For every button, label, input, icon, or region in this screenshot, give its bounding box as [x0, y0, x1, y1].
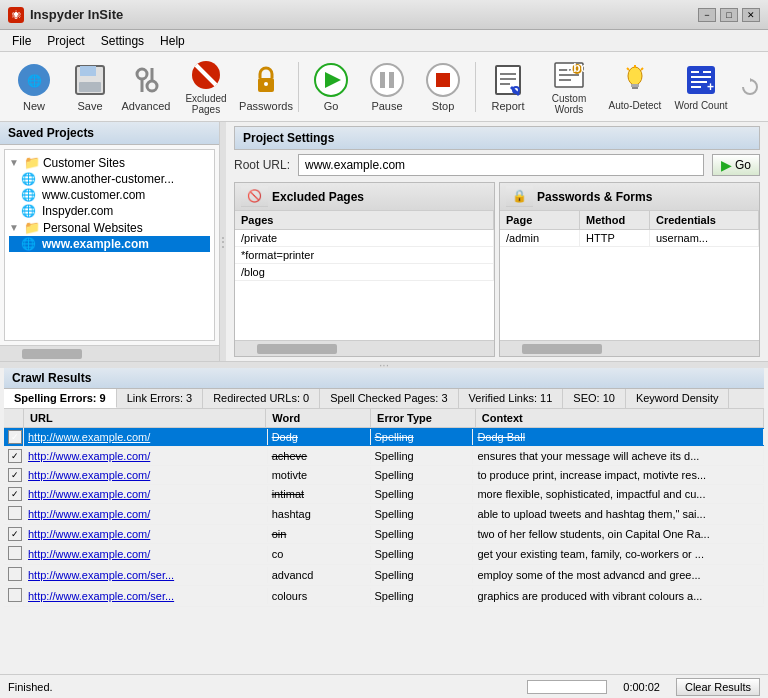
- row-url[interactable]: http://www.example.com/: [24, 429, 268, 445]
- tab-spell-checked[interactable]: Spell Checked Pages: 3: [320, 389, 458, 408]
- row-checkbox[interactable]: ✓: [4, 466, 24, 484]
- excluded-pages-button[interactable]: Excluded Pages: [176, 57, 236, 117]
- menu-help[interactable]: Help: [152, 32, 193, 50]
- password-row-1[interactable]: /admin HTTP usernam...: [500, 230, 759, 247]
- table-row[interactable]: ✓ http://www.example.com/ acheve Spellin…: [4, 447, 764, 466]
- results-table[interactable]: URL Word Error Type Context ✓ http://www…: [4, 409, 764, 674]
- minimize-button[interactable]: −: [698, 8, 716, 22]
- menu-settings[interactable]: Settings: [93, 32, 152, 50]
- go-btn-label: Go: [735, 158, 751, 172]
- tab-seo[interactable]: SEO: 10: [563, 389, 626, 408]
- col-error-type[interactable]: Error Type: [371, 409, 476, 427]
- menu-file[interactable]: File: [4, 32, 39, 50]
- row-checkbox[interactable]: [4, 544, 24, 564]
- excluded-row-1[interactable]: /private: [235, 230, 494, 247]
- tree-label: Customer Sites: [43, 156, 125, 170]
- tree-item-personal-sites[interactable]: ▼ 📁 Personal Websites: [9, 219, 210, 236]
- custom-words-button[interactable]: abc Custom Words: [538, 57, 600, 117]
- col-url[interactable]: URL: [24, 409, 266, 427]
- passwords-scrollbar-thumb[interactable]: [522, 344, 602, 354]
- pause-button[interactable]: Pause: [361, 57, 413, 117]
- row-checkbox[interactable]: ✓: [4, 428, 24, 446]
- root-url-input[interactable]: [298, 154, 704, 176]
- auto-detect-button[interactable]: Auto-Detect: [604, 57, 666, 117]
- tree-item-customer-com[interactable]: 🌐 www.customer.com: [9, 187, 210, 203]
- col-word[interactable]: Word: [266, 409, 371, 427]
- table-row[interactable]: http://www.example.com/ hashtag Spelling…: [4, 504, 764, 525]
- row-url[interactable]: http://www.example.com/: [24, 448, 268, 464]
- clear-results-button[interactable]: Clear Results: [676, 678, 760, 696]
- checkbox-icon[interactable]: ✓: [8, 468, 22, 482]
- checkbox-icon[interactable]: ✓: [8, 487, 22, 501]
- row-error-type: Spelling: [371, 429, 474, 445]
- passwords-header-title: Passwords & Forms: [537, 190, 652, 204]
- stop-button[interactable]: Stop: [417, 57, 469, 117]
- excluded-pages-scrollbar[interactable]: [235, 340, 494, 356]
- save-icon: [72, 62, 108, 98]
- excluded-row-2[interactable]: *format=printer: [235, 247, 494, 264]
- table-row[interactable]: ✓ http://www.example.com/ intimat Spelli…: [4, 485, 764, 504]
- table-row[interactable]: ✓ http://www.example.com/ motivte Spelli…: [4, 466, 764, 485]
- col-context[interactable]: Context: [476, 409, 764, 427]
- row-checkbox[interactable]: [4, 504, 24, 524]
- progress-bar: [527, 680, 607, 694]
- crawl-results-title: Crawl Results: [12, 371, 91, 385]
- word-count-button[interactable]: + Word Count: [670, 57, 732, 117]
- toolbar: 🌐 New Save Advanced: [0, 52, 768, 122]
- tree-scrollbar[interactable]: [0, 345, 219, 361]
- save-button[interactable]: Save: [64, 57, 116, 117]
- row-checkbox[interactable]: ✓: [4, 485, 24, 503]
- tab-link-errors[interactable]: Link Errors: 3: [117, 389, 203, 408]
- row-url[interactable]: http://www.example.com/: [24, 486, 268, 502]
- advanced-button[interactable]: Advanced: [120, 57, 172, 117]
- report-button[interactable]: Report: [482, 57, 534, 117]
- row-checkbox[interactable]: ✓: [4, 447, 24, 465]
- row-url[interactable]: http://www.example.com/: [24, 546, 268, 562]
- tree-item-inspyder[interactable]: 🌐 Inspyder.com: [9, 203, 210, 219]
- row-word: hashtag: [268, 506, 371, 522]
- row-checkbox[interactable]: ✓: [4, 525, 24, 543]
- svg-point-7: [147, 81, 157, 91]
- checkbox-icon[interactable]: [8, 546, 22, 560]
- tab-redirected-urls[interactable]: Redirected URLs: 0: [203, 389, 320, 408]
- checkbox-icon[interactable]: ✓: [8, 430, 22, 444]
- menu-project[interactable]: Project: [39, 32, 92, 50]
- go-button[interactable]: Go: [305, 57, 357, 117]
- checkbox-icon[interactable]: [8, 567, 22, 581]
- checkbox-icon[interactable]: ✓: [8, 449, 22, 463]
- table-row[interactable]: ✓ http://www.example.com/ oin Spelling t…: [4, 525, 764, 544]
- tree-item-example-com[interactable]: 🌐 www.example.com: [9, 236, 210, 252]
- row-url[interactable]: http://www.example.com/: [24, 526, 268, 542]
- table-row[interactable]: ✓ http://www.example.com/ Dodg Spelling …: [4, 428, 764, 447]
- checkbox-icon[interactable]: [8, 588, 22, 602]
- go-project-button[interactable]: ▶ Go: [712, 154, 760, 176]
- passwords-button[interactable]: Passwords: [240, 57, 292, 117]
- maximize-button[interactable]: □: [720, 8, 738, 22]
- tree-item-customer-sites[interactable]: ▼ 📁 Customer Sites: [9, 154, 210, 171]
- tree-item-another-customer[interactable]: 🌐 www.another-customer...: [9, 171, 210, 187]
- word-count-icon: +: [683, 62, 719, 98]
- new-icon: 🌐: [16, 62, 52, 98]
- row-checkbox[interactable]: [4, 586, 24, 606]
- row-url[interactable]: http://www.example.com/: [24, 467, 268, 483]
- table-row[interactable]: http://www.example.com/ser... advancd Sp…: [4, 565, 764, 586]
- table-row[interactable]: http://www.example.com/ co Spelling get …: [4, 544, 764, 565]
- close-button[interactable]: ✕: [742, 8, 760, 22]
- new-button[interactable]: 🌐 New: [8, 57, 60, 117]
- checkbox-icon[interactable]: ✓: [8, 527, 22, 541]
- row-url[interactable]: http://www.example.com/ser...: [24, 588, 268, 604]
- excluded-scrollbar-thumb[interactable]: [257, 344, 337, 354]
- tab-verified-links[interactable]: Verified Links: 11: [459, 389, 564, 408]
- table-row[interactable]: http://www.example.com/ser... colours Sp…: [4, 586, 764, 607]
- checkbox-icon[interactable]: [8, 506, 22, 520]
- tab-keyword-density[interactable]: Keyword Density: [626, 389, 730, 408]
- project-tree[interactable]: ▼ 📁 Customer Sites 🌐 www.another-custome…: [4, 149, 215, 341]
- excluded-row-3[interactable]: /blog: [235, 264, 494, 281]
- row-context: employ some of the most advancd and gree…: [473, 567, 764, 583]
- row-url[interactable]: http://www.example.com/ser...: [24, 567, 268, 583]
- scrollbar-thumb[interactable]: [22, 349, 82, 359]
- tab-spelling-errors[interactable]: Spelling Errors: 9: [4, 389, 117, 408]
- row-url[interactable]: http://www.example.com/: [24, 506, 268, 522]
- row-checkbox[interactable]: [4, 565, 24, 585]
- passwords-scrollbar[interactable]: [500, 340, 759, 356]
